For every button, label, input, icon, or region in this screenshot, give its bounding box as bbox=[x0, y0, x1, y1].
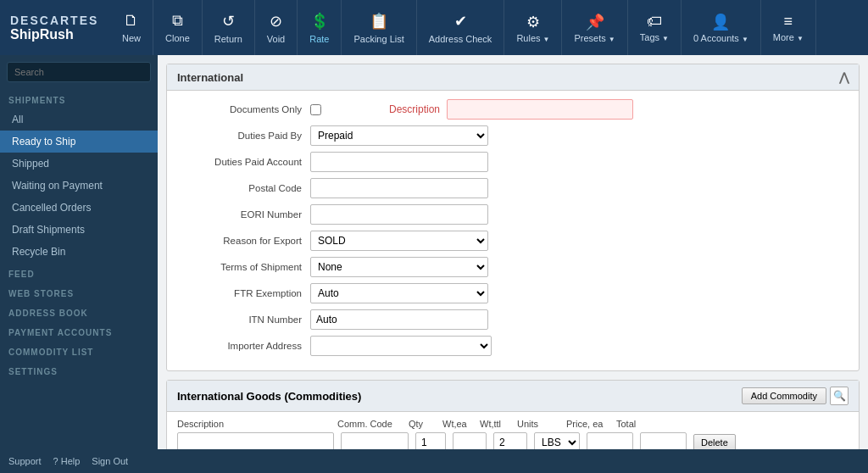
reason-for-export-label: Reason for Export bbox=[179, 236, 310, 246]
comm-units-select[interactable]: LBSKGSOZS bbox=[534, 432, 580, 449]
collapse-icon[interactable]: ⋀ bbox=[839, 70, 849, 84]
clone-button[interactable]: ⧉ Clone bbox=[153, 0, 203, 55]
toolbar-buttons: 🗋 New ⧉ Clone ↺ Return ⊘ Void 💲 Rate 📋 P… bbox=[110, 0, 868, 55]
comm-wt-ea-input[interactable] bbox=[453, 432, 487, 449]
col-price-ea: Price, ea bbox=[566, 419, 613, 429]
terms-of-shipment-label: Terms of Shipment bbox=[179, 262, 310, 272]
sidebar: SHIPMENTS All Ready to Ship Shipped Wait… bbox=[0, 55, 158, 449]
sidebar-item-cancelled-orders[interactable]: Cancelled Orders bbox=[0, 197, 158, 219]
itn-number-input[interactable] bbox=[310, 309, 488, 330]
commodity-search-button[interactable]: 🔍 bbox=[830, 387, 849, 405]
presets-button[interactable]: 📌 Presets ▼ bbox=[562, 0, 627, 55]
address-check-label: Address Check bbox=[429, 34, 492, 44]
new-button[interactable]: 🗋 New bbox=[110, 0, 153, 55]
col-total: Total bbox=[616, 419, 663, 429]
col-wt-ea: Wt,ea bbox=[442, 419, 476, 429]
eori-number-input[interactable] bbox=[310, 204, 488, 225]
terms-of-shipment-row: Terms of Shipment None DDP DAP DDU bbox=[179, 257, 847, 277]
packing-list-button[interactable]: 📋 Packing List bbox=[342, 0, 416, 55]
content-area: International ⋀ Documents Only Descripti… bbox=[158, 55, 868, 449]
sidebar-item-waiting-on-payment[interactable]: Waiting on Payment bbox=[0, 175, 158, 197]
eori-number-label: EORI Number bbox=[179, 209, 310, 220]
commodity-body: Description Comm. Code Qty Wt,ea Wt,ttl … bbox=[167, 412, 859, 449]
sidebar-section-payment-accounts: PAYMENT ACCOUNTS bbox=[0, 321, 158, 341]
col-qty: Qty bbox=[409, 419, 439, 429]
tags-icon: 🏷 bbox=[647, 13, 662, 31]
sign-out-link[interactable]: Sign Out bbox=[92, 456, 128, 466]
col-wt-ttl: Wt,ttl bbox=[480, 419, 514, 429]
documents-only-row: Documents Only Description bbox=[179, 99, 847, 120]
sidebar-item-shipped[interactable]: Shipped bbox=[0, 153, 158, 175]
main-layout: SHIPMENTS All Ready to Ship Shipped Wait… bbox=[0, 55, 868, 449]
rules-label: Rules ▼ bbox=[516, 33, 549, 43]
rules-icon: ⚙ bbox=[526, 13, 540, 31]
ftr-exemption-row: FTR Exemption Auto 30.37(a) 30.37(f) 30.… bbox=[179, 283, 847, 303]
ftr-exemption-select[interactable]: Auto 30.37(a) 30.37(f) 30.36 bbox=[310, 283, 488, 303]
col-description: Description bbox=[177, 419, 334, 429]
international-body: Documents Only Description Duties Paid B… bbox=[167, 91, 859, 370]
reason-for-export-select[interactable]: SOLD GIFT SAMPLE REPAIR RETURN bbox=[310, 231, 488, 251]
void-icon: ⊘ bbox=[270, 12, 282, 31]
documents-only-checkbox[interactable] bbox=[310, 104, 321, 115]
add-commodity-label: Add Commodity bbox=[751, 391, 817, 401]
comm-qty-input[interactable] bbox=[415, 432, 446, 449]
accounts-icon: 👤 bbox=[711, 13, 730, 31]
sidebar-item-draft-shipments[interactable]: Draft Shipments bbox=[0, 219, 158, 241]
search-input[interactable] bbox=[7, 62, 151, 82]
sidebar-search-container bbox=[0, 55, 158, 89]
rate-button[interactable]: 💲 Rate bbox=[298, 0, 342, 55]
new-icon: 🗋 bbox=[124, 12, 139, 30]
comm-total-input[interactable] bbox=[640, 432, 687, 449]
accounts-button[interactable]: 👤 0 Accounts ▼ bbox=[682, 0, 761, 55]
commodity-column-headers: Description Comm. Code Qty Wt,ea Wt,ttl … bbox=[177, 419, 849, 429]
help-link[interactable]: ? Help bbox=[53, 456, 81, 466]
commodities-section: International Goods (Commodities) Add Co… bbox=[166, 380, 860, 449]
duties-paid-account-input[interactable] bbox=[310, 152, 488, 172]
commodities-header: International Goods (Commodities) Add Co… bbox=[167, 381, 859, 412]
comm-wt-ttl-input[interactable] bbox=[493, 432, 527, 449]
return-button[interactable]: ↺ Return bbox=[203, 0, 255, 55]
commodities-title: International Goods (Commodities) bbox=[177, 390, 361, 403]
comm-description-input[interactable] bbox=[177, 432, 334, 449]
duties-paid-account-label: Duties Paid Account bbox=[179, 157, 310, 167]
duties-paid-by-row: Duties Paid By Prepaid Collect Recipient bbox=[179, 125, 847, 146]
accounts-label: 0 Accounts ▼ bbox=[693, 33, 748, 43]
delete-button[interactable]: Delete bbox=[693, 434, 736, 449]
description-label: Description bbox=[389, 103, 440, 115]
sidebar-section-shipments: SHIPMENTS bbox=[0, 89, 158, 109]
eori-number-row: EORI Number bbox=[179, 204, 847, 225]
descartes-logo: DESCARTES bbox=[10, 14, 100, 27]
international-section-header: International ⋀ bbox=[167, 64, 859, 91]
void-button[interactable]: ⊘ Void bbox=[255, 0, 298, 55]
address-check-button[interactable]: ✔ Address Check bbox=[417, 0, 505, 55]
packing-list-label: Packing List bbox=[353, 34, 403, 44]
comm-code-input[interactable] bbox=[341, 432, 409, 449]
importer-address-select[interactable] bbox=[310, 336, 492, 356]
postal-code-input[interactable] bbox=[310, 178, 488, 198]
duties-paid-account-row: Duties Paid Account bbox=[179, 152, 847, 172]
tags-label: Tags ▼ bbox=[640, 32, 669, 42]
duties-paid-by-select[interactable]: Prepaid Collect Recipient bbox=[310, 125, 488, 146]
importer-address-label: Importer Address bbox=[179, 341, 310, 351]
rules-button[interactable]: ⚙ Rules ▼ bbox=[504, 0, 562, 55]
add-commodity-button[interactable]: Add Commodity bbox=[742, 387, 826, 404]
description-input[interactable] bbox=[447, 99, 633, 120]
more-button[interactable]: ≡ More ▼ bbox=[761, 0, 816, 55]
return-label: Return bbox=[214, 34, 242, 44]
importer-address-row: Importer Address bbox=[179, 336, 847, 356]
postal-code-label: Postal Code bbox=[179, 183, 310, 193]
clone-label: Clone bbox=[165, 33, 190, 43]
comm-price-ea-input[interactable] bbox=[587, 432, 633, 449]
sidebar-section-commodity-list: COMMODITY LIST bbox=[0, 341, 158, 360]
sidebar-section-address-book: ADDRESS BOOK bbox=[0, 302, 158, 321]
sidebar-item-ready-to-ship[interactable]: Ready to Ship bbox=[0, 131, 158, 153]
toolbar: DESCARTES ShipRush 🗋 New ⧉ Clone ↺ Retur… bbox=[0, 0, 868, 55]
sidebar-item-recycle-bin[interactable]: Recycle Bin bbox=[0, 241, 158, 263]
packing-list-icon: 📋 bbox=[370, 12, 388, 31]
rate-label: Rate bbox=[309, 34, 329, 44]
tags-button[interactable]: 🏷 Tags ▼ bbox=[628, 0, 682, 55]
new-label: New bbox=[122, 33, 141, 43]
sidebar-item-all[interactable]: All bbox=[0, 109, 158, 131]
support-link[interactable]: Support bbox=[8, 456, 42, 466]
terms-of-shipment-select[interactable]: None DDP DAP DDU bbox=[310, 257, 488, 277]
